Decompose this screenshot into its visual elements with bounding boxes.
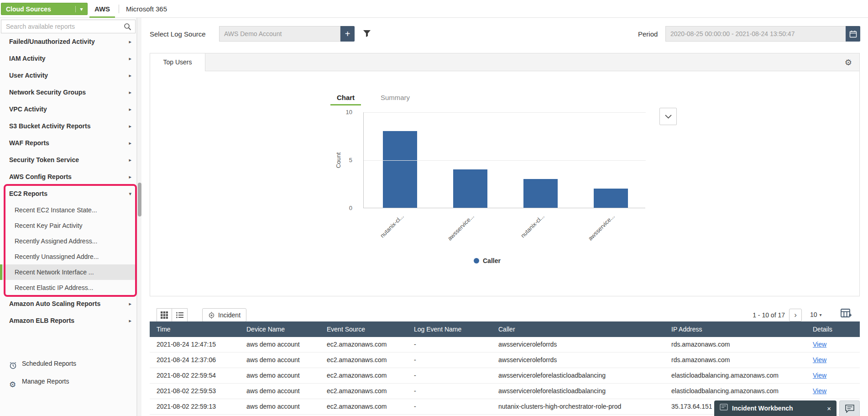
view-link[interactable]: View (813, 356, 826, 363)
add-log-source-button[interactable]: + (340, 26, 355, 42)
cell-device-name: aws demo account (240, 368, 320, 383)
table-row[interactable]: 2021-08-02 22:59:54 aws demo account ec2… (150, 368, 860, 384)
sidebar-item-label: User Activity (9, 72, 48, 79)
next-page-button[interactable]: › (789, 309, 802, 321)
incident-icon (208, 312, 215, 319)
table-row[interactable]: 2021-08-24 12:47:15 aws demo account ec2… (150, 337, 860, 353)
cell-caller: awsserviceroleforrds (492, 353, 664, 368)
workbench-label: Incident Workbench (732, 405, 821, 412)
cell-device-name: aws demo account (240, 353, 320, 368)
chevron-right-icon: ▸ (129, 84, 131, 101)
x-axis-label: nutanix-cl... (499, 213, 546, 260)
sidebar-item-aws-config-reports[interactable]: AWS Config Reports ▸ (0, 169, 137, 185)
chevron-down-icon: ▾ (129, 185, 131, 202)
sidebar-subitem-recently-unassigned-address[interactable]: Recently Unassigned Addre... (0, 249, 137, 264)
tab-microsoft-365[interactable]: Microsoft 365 (126, 0, 176, 18)
cell-caller: awsserviceroleforelasticloadbalancing (492, 384, 664, 399)
sidebar-subitem-recently-assigned-address[interactable]: Recently Assigned Address... (0, 233, 137, 249)
close-icon[interactable]: × (821, 405, 837, 412)
bar[interactable] (523, 179, 558, 208)
reports-sidebar: Failed/Unauthorized Activity ▸ IAM Activ… (0, 18, 137, 416)
view-link[interactable]: View (813, 372, 826, 379)
sidebar-item-amazon-elb-reports[interactable]: Amazon ELB Reports ▸ (0, 312, 137, 329)
tab-separator (119, 5, 119, 13)
clock-icon (9, 359, 17, 375)
period-input[interactable] (665, 26, 846, 42)
chevron-right-icon: ▸ (129, 67, 131, 84)
cell-event-source: ec2.amazonaws.com (320, 368, 407, 383)
bar[interactable] (594, 189, 628, 208)
gridline (364, 160, 646, 161)
chevron-down-icon: ▾ (820, 312, 822, 317)
filter-icon[interactable] (363, 29, 371, 39)
sidebar-item-ec2-reports[interactable]: EC2 Reports ▾ (0, 185, 137, 202)
grid-view-button[interactable] (157, 308, 172, 322)
column-header-event-source[interactable]: Event Source (320, 321, 407, 337)
page-size-dropdown[interactable]: 10 ▾ (810, 311, 822, 318)
next-icon: › (794, 311, 797, 320)
sidebar-item-security-token-service[interactable]: Security Token Service ▸ (0, 152, 137, 169)
cell-device-name: aws demo account (240, 399, 320, 414)
column-header-log-event-name[interactable]: Log Event Name (407, 321, 492, 337)
search-input[interactable] (1, 20, 135, 33)
table-row[interactable]: 2021-08-24 12:37:06 aws demo account ec2… (150, 353, 860, 368)
column-header-ip-address[interactable]: IP Address (664, 321, 806, 337)
sidebar-subitem-recent-ec2-instance-state[interactable]: Recent EC2 Instance State... (0, 202, 137, 218)
view-link[interactable]: View (813, 341, 826, 348)
panel-header: Top Users ⚙ (150, 53, 859, 71)
tab-aws[interactable]: AWS (89, 0, 115, 18)
app-root: Cloud Sources ▾ AWS Microsoft 365 Failed… (0, 0, 868, 416)
sidebar-subitem-label: Recently Unassigned Addre... (15, 253, 99, 260)
sidebar-subitem-recent-key-pair-activity[interactable]: Recent Key Pair Activity (0, 218, 137, 233)
incident-workbench-bar[interactable]: Incident Workbench × (714, 400, 837, 416)
cell-time: 2021-08-02 22:59:54 (150, 368, 240, 383)
panel-settings-gear-icon[interactable]: ⚙ (845, 58, 852, 68)
column-header-device-name[interactable]: Device Name (240, 321, 320, 337)
sidebar-item-failed-unauthorized-activity[interactable]: Failed/Unauthorized Activity ▸ (0, 33, 137, 50)
cell-caller: nutanix-clusters-high-orchestrator-role-… (492, 399, 664, 414)
tab-top-users[interactable]: Top Users (150, 53, 205, 71)
chevron-right-icon: ▸ (129, 50, 131, 67)
sidebar-subitem-recent-elastic-ip-address[interactable]: Recent Elastic IP Address... (0, 280, 137, 295)
sidebar-item-network-security-groups[interactable]: Network Security Groups ▸ (0, 84, 137, 101)
chart-options-dropdown[interactable] (659, 108, 677, 125)
bar[interactable] (453, 169, 487, 208)
feedback-chat-button[interactable] (839, 400, 860, 416)
cloud-sources-dropdown[interactable]: Cloud Sources ▾ (1, 3, 88, 15)
log-source-input[interactable] (219, 26, 340, 42)
chevron-down-icon[interactable]: ▾ (75, 6, 87, 12)
calendar-button[interactable] (846, 26, 860, 42)
sidebar-item-waf-reports[interactable]: WAF Reports ▸ (0, 135, 137, 152)
sidebar-item-user-activity[interactable]: User Activity ▸ (0, 67, 137, 84)
tab-summary[interactable]: Summary (377, 92, 413, 105)
chevron-down-icon (665, 115, 672, 119)
grid-icon (161, 311, 168, 319)
sidebar-item-amazon-auto-scaling-reports[interactable]: Amazon Auto Scaling Reports ▸ (0, 295, 137, 312)
sidebar-scrollbar-thumb[interactable] (138, 183, 141, 216)
search-icon[interactable] (124, 23, 131, 32)
y-axis-tick: 5 (335, 157, 352, 163)
chart-legend[interactable]: Caller (474, 257, 501, 264)
sidebar-subitem-recent-network-interface[interactable]: Recent Network Interface ... (0, 264, 137, 280)
view-link[interactable]: View (813, 387, 826, 395)
cell-time: 2021-08-02 22:59:13 (150, 399, 240, 414)
bar[interactable] (383, 131, 417, 208)
legend-dot-icon (474, 258, 479, 263)
cell-caller: awsserviceroleforelasticloadbalancing (492, 368, 664, 383)
sidebar-scrollbar-track[interactable] (137, 18, 141, 416)
list-view-button[interactable] (172, 308, 188, 322)
table-row[interactable]: 2021-08-02 22:59:53 aws demo account ec2… (150, 384, 860, 399)
sidebar-item-s3-bucket-activity-reports[interactable]: S3 Bucket Activity Reports ▸ (0, 118, 137, 135)
sidebar-item-scheduled-reports[interactable]: Scheduled Reports (0, 356, 137, 371)
sidebar-item-iam-activity[interactable]: IAM Activity ▸ (0, 50, 137, 67)
sidebar-item-manage-reports[interactable]: ⚙ Manage Reports (0, 374, 137, 389)
cell-device-name: aws demo account (240, 337, 320, 352)
column-header-caller[interactable]: Caller (492, 321, 664, 337)
sidebar-subitem-label: Recent Elastic IP Address... (15, 284, 94, 291)
column-settings-icon[interactable] (841, 309, 852, 321)
tab-chart[interactable]: Chart (330, 92, 361, 105)
sidebar-item-vpc-activity[interactable]: VPC Activity ▸ (0, 101, 137, 118)
incident-button[interactable]: Incident (202, 308, 246, 322)
column-header-time[interactable]: Time (150, 321, 240, 337)
column-header-details[interactable]: Details (806, 321, 860, 337)
